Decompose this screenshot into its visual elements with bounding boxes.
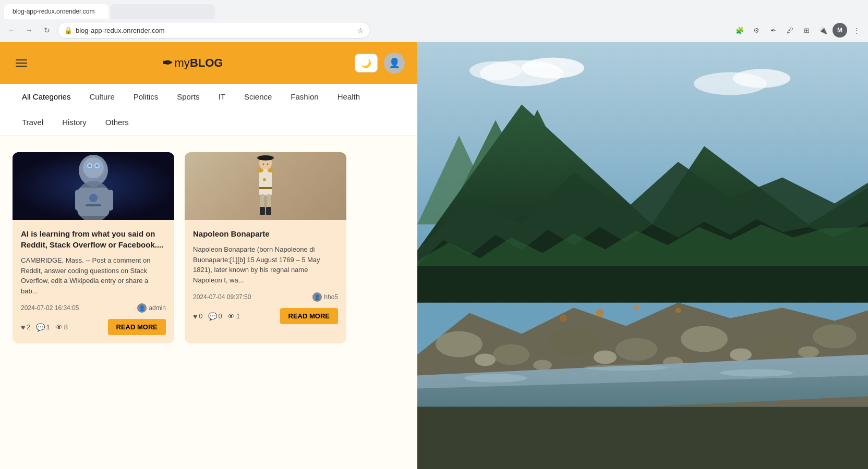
svg-point-26	[263, 164, 264, 165]
address-bar[interactable]: 🔒 blog-app-redux.onrender.com ☆	[57, 22, 370, 39]
card-2-author-name: hho5	[324, 293, 338, 301]
cards-grid: AI is learning from what you said on Red…	[13, 152, 405, 343]
nav-item-fashion[interactable]: Fashion	[281, 84, 328, 109]
card-2-likes: ♥ 0	[193, 312, 203, 320]
card-2-likes-count: 0	[199, 312, 202, 320]
extensions-button[interactable]: 🧩	[732, 23, 747, 38]
card-1-image	[13, 152, 174, 220]
nav-item-history[interactable]: History	[53, 109, 96, 135]
svg-point-46	[616, 338, 657, 361]
svg-point-20	[268, 168, 274, 172]
nav-item-culture[interactable]: Culture	[80, 84, 124, 109]
nav-item-health[interactable]: Health	[328, 84, 369, 109]
color-picker-button[interactable]: 🖊	[782, 23, 797, 38]
card-1-comments-count: 1	[46, 323, 50, 331]
downloads-button[interactable]: ⚙	[749, 23, 764, 38]
card-1-meta: 2024-07-02 16:34:05 👤 admin	[21, 303, 166, 313]
tab-label: blog-app-redux.onrender.com	[13, 8, 94, 15]
nav-item-science[interactable]: Science	[235, 84, 281, 109]
svg-point-50	[475, 354, 496, 366]
svg-point-63	[633, 305, 640, 311]
nav-item-politics[interactable]: Politics	[124, 84, 168, 109]
svg-point-34	[733, 69, 790, 88]
svg-rect-21	[259, 187, 272, 189]
svg-point-32	[469, 61, 522, 80]
svg-point-19	[257, 168, 263, 172]
robot-illustration	[13, 152, 174, 220]
profile-button[interactable]: M	[833, 23, 847, 38]
svg-rect-13	[108, 190, 113, 211]
comment-icon-2: 💬	[208, 312, 217, 320]
svg-point-48	[752, 334, 792, 355]
nav-item-sports[interactable]: Sports	[167, 84, 209, 109]
nature-svg	[417, 42, 868, 469]
heart-icon-2: ♥	[193, 312, 197, 320]
card-1-views-count: 8	[64, 323, 68, 331]
card-2-image	[185, 152, 346, 220]
card-2-read-more-button[interactable]: READ MORE	[280, 308, 338, 324]
header-right: 🌙 👤	[355, 53, 405, 73]
card-2-stats: ♥ 0 💬 0 👁 1	[193, 312, 240, 320]
blog-header: ✒ myBLOG 🌙 👤	[0, 42, 417, 84]
eye-icon: 👁	[55, 323, 63, 331]
active-tab[interactable]: blog-app-redux.onrender.com	[4, 4, 108, 19]
grid-button[interactable]: ⊞	[799, 23, 814, 38]
svg-point-45	[548, 327, 600, 356]
svg-point-6	[95, 164, 99, 167]
card-2-views-count: 1	[236, 312, 240, 320]
user-avatar[interactable]: 👤	[384, 53, 405, 73]
card-1-author-avatar: 👤	[137, 303, 147, 313]
pen-tool-button[interactable]: ✒	[766, 23, 780, 38]
url-display: blog-app-redux.onrender.com	[76, 27, 354, 34]
puzzle-button[interactable]: 🔌	[816, 23, 830, 38]
browser-chrome: blog-app-redux.onrender.com ← → ↻ 🔒 blog…	[0, 0, 868, 42]
blog-side: ✒ myBLOG 🌙 👤 All Categories Culture Poli…	[0, 42, 417, 469]
svg-point-27	[267, 164, 269, 165]
logo-my: my	[175, 56, 190, 69]
svg-rect-61	[417, 407, 868, 470]
card-2-author: 👤 hho5	[312, 292, 338, 302]
dark-mode-button[interactable]: 🌙	[355, 54, 378, 72]
card-1-author: 👤 admin	[137, 303, 166, 313]
lock-icon: 🔒	[64, 27, 73, 34]
nav-item-travel[interactable]: Travel	[13, 109, 53, 135]
svg-rect-25	[266, 207, 271, 215]
nature-background	[417, 42, 868, 469]
logo[interactable]: ✒ myBLOG	[162, 56, 223, 70]
svg-rect-12	[75, 190, 80, 211]
svg-point-5	[88, 164, 91, 167]
svg-point-43	[436, 331, 483, 357]
star-icon: ☆	[357, 27, 364, 34]
card-1: AI is learning from what you said on Red…	[13, 152, 174, 343]
card-1-views: 👁 8	[55, 323, 68, 331]
browser-tabs: blog-app-redux.onrender.com	[0, 0, 868, 19]
hamburger-line-3	[16, 66, 27, 67]
hamburger-line-1	[16, 59, 27, 60]
card-2-body: Napoleon Bonaparte Napoleon Bonaparte (b…	[185, 220, 346, 332]
svg-point-54	[730, 349, 752, 361]
forward-button[interactable]: →	[22, 23, 37, 38]
nav-item-it[interactable]: IT	[209, 84, 235, 109]
toolbar-icons: 🧩 ⚙ ✒ 🖊 ⊞ 🔌 M ⋮	[732, 23, 864, 38]
reload-button[interactable]: ↻	[40, 23, 54, 38]
card-2-footer: ♥ 0 💬 0 👁 1	[193, 308, 338, 324]
browser-toolbar: ← → ↻ 🔒 blog-app-redux.onrender.com ☆ 🧩 …	[0, 19, 868, 42]
svg-point-58	[464, 374, 527, 382]
card-1-likes: ♥ 2	[21, 323, 31, 331]
heart-icon: ♥	[21, 323, 25, 331]
inactive-tab[interactable]	[111, 4, 215, 19]
nav-item-all-categories[interactable]: All Categories	[13, 84, 80, 109]
back-button[interactable]: ←	[4, 23, 19, 38]
svg-rect-17	[259, 156, 272, 160]
card-2-title: Napoleon Bonaparte	[193, 228, 338, 239]
card-1-body: AI is learning from what you said on Red…	[13, 220, 174, 343]
hamburger-line-2	[16, 63, 27, 64]
svg-point-44	[493, 344, 529, 365]
svg-point-10	[89, 194, 98, 202]
hamburger-button[interactable]	[13, 56, 30, 70]
nav-item-others[interactable]: Others	[96, 109, 138, 135]
menu-button[interactable]: ⋮	[849, 23, 864, 38]
logo-text: myBLOG	[175, 56, 223, 70]
card-1-read-more-button[interactable]: READ MORE	[108, 319, 166, 335]
nature-side	[417, 42, 868, 469]
